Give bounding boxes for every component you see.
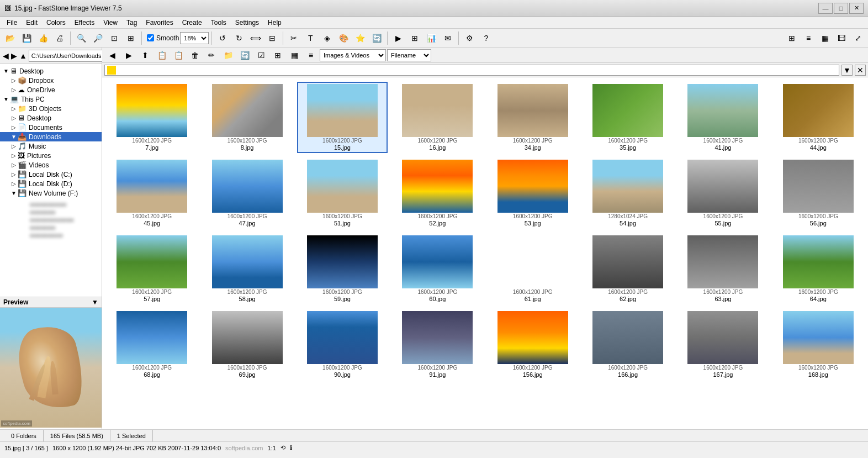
toolbar-list-view-btn[interactable]: ≡ xyxy=(801,30,816,46)
expand-desktop2[interactable]: ▷ xyxy=(10,115,18,121)
toolbar-open-btn[interactable]: 📂 xyxy=(2,30,18,46)
thumbnail-item-62.jpg[interactable]: 1600x1200 JPG62.jpg xyxy=(583,233,673,304)
thumbnail-item-57.jpg[interactable]: 1600x1200 JPG57.jpg xyxy=(107,233,197,304)
thumbnail-item-59.jpg[interactable]: 1600x1200 JPG59.jpg xyxy=(297,233,388,304)
thumbnail-item-52.jpg[interactable]: 1600x1200 JPG52.jpg xyxy=(392,157,483,229)
thumbnail-item-53.jpg[interactable]: 1600x1200 JPG53.jpg xyxy=(488,157,578,229)
expand-documents[interactable]: ▷ xyxy=(10,124,18,130)
toolbar-rotate-left-btn[interactable]: ↺ xyxy=(215,30,230,46)
nav-back-btn[interactable]: ◀ xyxy=(2,48,9,64)
toolbar-zoomout-btn[interactable]: 🔎 xyxy=(90,30,105,46)
toolbar-color-btn[interactable]: 🎨 xyxy=(336,30,351,46)
expand-desktop[interactable]: ▼ xyxy=(2,68,10,74)
path-dropdown-btn[interactable]: ▼ xyxy=(841,65,853,76)
file-layout-btn[interactable]: ⊞ xyxy=(270,48,285,63)
expand-dropbox[interactable]: ▷ xyxy=(10,77,18,83)
expand-pictures[interactable]: ▷ xyxy=(10,152,18,159)
thumbnail-item-35.jpg[interactable]: 1600x1200 JPG35.jpg xyxy=(583,82,673,153)
toolbar-thumbsup-btn[interactable]: 👍 xyxy=(35,30,51,46)
menu-favorites[interactable]: Favorites xyxy=(141,18,177,28)
info-icon[interactable]: ℹ xyxy=(290,444,292,451)
tree-item-music[interactable]: ▷ 🎵 Music xyxy=(0,141,102,151)
thumbnail-item-47.jpg[interactable]: 1600x1200 JPG47.jpg xyxy=(202,157,292,229)
expand-3dobjects[interactable]: ▷ xyxy=(10,106,18,112)
toolbar-fit-btn[interactable]: ⊡ xyxy=(107,30,122,46)
thumbnail-item-156.jpg[interactable]: 1600x1200 JPG156.jpg xyxy=(488,309,578,380)
menu-edit[interactable]: Edit xyxy=(22,18,42,28)
thumbnail-item-55.jpg[interactable]: 1600x1200 JPG55.jpg xyxy=(678,157,768,229)
file-move-btn[interactable]: 📋 xyxy=(171,48,186,63)
toolbar-rotate-right-btn[interactable]: ↻ xyxy=(231,30,247,46)
minimize-button[interactable]: — xyxy=(818,3,833,14)
thumbnail-item-167.jpg[interactable]: 1600x1200 JPG167.jpg xyxy=(678,309,768,380)
maximize-button[interactable]: □ xyxy=(834,3,848,14)
thumbnail-item-64.jpg[interactable]: 1600x1200 JPG64.jpg xyxy=(773,233,864,304)
toolbar-settings-btn[interactable]: ⚙ xyxy=(462,30,477,46)
thumbnail-item-61.jpg[interactable]: 1600x1200 JPG61.jpg xyxy=(488,233,578,304)
thumbnail-item-41.jpg[interactable]: 1600x1200 JPG41.jpg xyxy=(678,82,768,153)
file-refresh-btn[interactable]: 🔄 xyxy=(237,48,252,63)
expand-newvolf[interactable]: ▼ xyxy=(10,190,18,196)
toolbar-fullscreen-btn[interactable]: ⤢ xyxy=(850,30,866,46)
file-newfolder-btn[interactable]: 📁 xyxy=(220,48,236,63)
file-forward-btn[interactable]: ▶ xyxy=(121,48,136,63)
file-delete-btn[interactable]: 🗑 xyxy=(187,48,203,63)
tree-item-3dobjects[interactable]: ▷ 📁 3D Objects xyxy=(0,104,102,113)
thumbnail-item-56.jpg[interactable]: 1600x1200 JPG56.jpg xyxy=(773,157,864,229)
thumbnail-item-7.jpg[interactable]: 1600x1200 JPG7.jpg xyxy=(107,82,197,153)
sort-select[interactable]: Filename File Size Date File Type xyxy=(387,49,431,61)
smooth-checkbox[interactable] xyxy=(147,34,154,41)
thumbnail-item-51.jpg[interactable]: 1600x1200 JPG51.jpg xyxy=(297,157,388,229)
tree-item-downloads[interactable]: ▼ 📥 Downloads xyxy=(0,132,102,141)
thumbnail-item-45.jpg[interactable]: 1600x1200 JPG45.jpg xyxy=(107,157,197,229)
expand-downloads[interactable]: ▼ xyxy=(10,134,18,140)
toolbar-thumb-view-btn[interactable]: ⊞ xyxy=(784,30,800,46)
thumbnail-item-91.jpg[interactable]: 1600x1200 JPG91.jpg xyxy=(392,309,483,380)
menu-tools[interactable]: Tools xyxy=(207,18,231,28)
menu-view[interactable]: View xyxy=(99,18,122,28)
toolbar-refresh-btn[interactable]: 🔄 xyxy=(369,30,384,46)
tree-item-videos[interactable]: ▷ 🎬 Videos xyxy=(0,160,102,170)
thumbnail-item-90.jpg[interactable]: 1600x1200 JPG90.jpg xyxy=(297,309,388,380)
expand-music[interactable]: ▷ xyxy=(10,143,18,149)
thumbnail-item-54.jpg[interactable]: 1280x1024 JPG54.jpg xyxy=(583,157,673,229)
toolbar-print-btn[interactable]: 🖨 xyxy=(52,30,67,46)
menu-effects[interactable]: Effects xyxy=(70,18,99,28)
thumbnail-item-63.jpg[interactable]: 1600x1200 JPG63.jpg xyxy=(678,233,768,304)
file-up-btn[interactable]: ⬆ xyxy=(137,48,153,63)
rotate-icon[interactable]: ⟲ xyxy=(280,444,285,451)
toolbar-filmstrip-btn[interactable]: 🎞 xyxy=(834,30,849,46)
thumbnail-area[interactable]: 1600x1200 JPG7.jpg1600x1200 JPG8.jpg1600… xyxy=(102,77,868,429)
menu-colors[interactable]: Colors xyxy=(42,18,70,28)
tree-item-locald[interactable]: ▷ 💾 Local Disk (D:) xyxy=(0,179,102,188)
thumbnail-item-15.jpg[interactable]: 1600x1200 JPG15.jpg xyxy=(297,82,388,153)
thumbnail-item-60.jpg[interactable]: 1600x1200 JPG60.jpg xyxy=(392,233,483,304)
toolbar-text-btn[interactable]: T xyxy=(303,30,318,46)
toolbar-actual-btn[interactable]: ⊞ xyxy=(123,30,139,46)
nav-forward-btn[interactable]: ▶ xyxy=(10,48,18,64)
toolbar-help-btn[interactable]: ? xyxy=(478,30,494,46)
thumbnail-item-34.jpg[interactable]: 1600x1200 JPG34.jpg xyxy=(488,82,578,153)
thumbnail-item-69.jpg[interactable]: 1600x1200 JPG69.jpg xyxy=(202,309,292,380)
tree-item-desktop2[interactable]: ▷ 🖥 Desktop xyxy=(0,113,102,123)
file-back-btn[interactable]: ◀ xyxy=(104,48,120,63)
toolbar-histogram-btn[interactable]: 📊 xyxy=(424,30,439,46)
path-clear-btn[interactable]: ✕ xyxy=(855,65,866,76)
toolbar-detail-view-btn[interactable]: ▦ xyxy=(817,30,833,46)
expand-videos[interactable]: ▷ xyxy=(10,162,18,168)
menu-create[interactable]: Create xyxy=(178,18,207,28)
preview-collapse-icon[interactable]: ▼ xyxy=(92,298,98,306)
zoom-select[interactable]: 5% 10% 18% 25% 33% 50% 75% 100% xyxy=(180,32,209,44)
file-listlayout-btn[interactable]: ▦ xyxy=(287,48,302,63)
thumbnail-item-16.jpg[interactable]: 1600x1200 JPG16.jpg xyxy=(392,82,483,153)
thumbnail-item-168.jpg[interactable]: 1600x1200 JPG168.jpg xyxy=(773,309,864,380)
tree-item-dropbox[interactable]: ▷ 📦 Dropbox xyxy=(0,76,102,85)
toolbar-crop-btn[interactable]: ✂ xyxy=(286,30,301,46)
address-bar[interactable] xyxy=(29,50,110,62)
file-detaillayout-btn[interactable]: ≡ xyxy=(303,48,319,63)
tree-item-documents[interactable]: ▷ 📄 Documents xyxy=(0,123,102,132)
tree-item-localc[interactable]: ▷ 💾 Local Disk (C:) xyxy=(0,170,102,179)
path-bar[interactable] xyxy=(104,65,839,76)
file-rename-btn[interactable]: ✏ xyxy=(204,48,219,63)
toolbar-slideshow-btn[interactable]: ▶ xyxy=(390,30,406,46)
